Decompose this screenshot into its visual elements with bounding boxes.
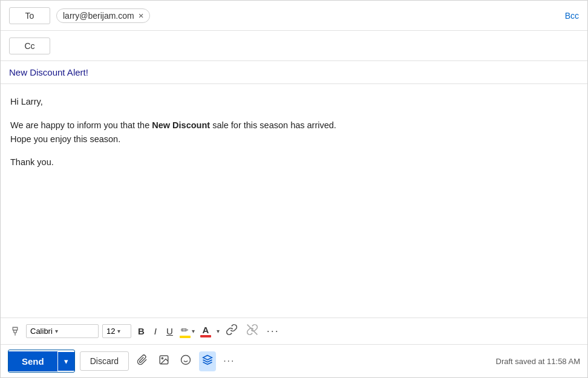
send-options-button[interactable]: ▾	[58, 352, 74, 371]
more-format-options-button[interactable]: ···	[264, 324, 282, 339]
font-color-button[interactable]: A	[198, 324, 213, 339]
font-dropdown-icon: ▾	[55, 328, 58, 334]
format-toolbar: Calibri ▾ 12 ▾ B I U ✏ ▾ A ▾	[1, 318, 587, 344]
svg-point-3	[162, 357, 163, 359]
subject-row: New Discount Alert!	[1, 61, 587, 84]
body-greeting: Hi Larry,	[10, 95, 578, 109]
font-color-dropdown-icon[interactable]: ▾	[217, 328, 220, 334]
subject-text[interactable]: New Discount Alert!	[9, 67, 88, 77]
insert-emoji-button[interactable]	[177, 351, 194, 371]
body-p1-post: sale for this season has arrived.	[210, 120, 336, 130]
font-selector[interactable]: Calibri ▾	[26, 324, 99, 338]
font-size-value: 12	[106, 327, 115, 336]
bold-button[interactable]: B	[135, 325, 148, 337]
body-closing: Thank you.	[10, 155, 578, 169]
body-p1-bold: New Discount	[152, 120, 210, 130]
discard-button[interactable]: Discard	[80, 351, 129, 371]
font-size-dropdown-icon: ▾	[117, 328, 120, 334]
highlight-color-bar	[180, 336, 191, 338]
format-painter-icon[interactable]	[8, 324, 22, 339]
recipient-chip: larry@berijam.com ×	[56, 8, 150, 23]
to-label[interactable]: To	[9, 7, 50, 24]
email-body[interactable]: Hi Larry, We are happy to inform you tha…	[1, 84, 587, 318]
font-color-a-icon: A	[202, 325, 209, 335]
recipient-email: larry@berijam.com	[63, 11, 134, 21]
send-button[interactable]: Send	[8, 351, 57, 371]
attach-file-button[interactable]	[134, 351, 151, 371]
remove-recipient-button[interactable]: ×	[139, 11, 144, 20]
to-row: To larry@berijam.com × Bcc	[1, 1, 587, 31]
compose-window: To larry@berijam.com × Bcc Cc New Discou…	[0, 0, 588, 378]
action-bar: Send ▾ Discard	[1, 344, 587, 377]
font-name-value: Calibri	[30, 327, 53, 336]
insert-image-button[interactable]	[155, 351, 172, 371]
highlight-color-button[interactable]: ✏ ▾	[180, 325, 195, 338]
italic-button[interactable]: I	[151, 325, 160, 337]
body-paragraph1: We are happy to inform you that the New …	[10, 119, 578, 146]
cc-row: Cc	[1, 31, 587, 61]
draft-status: Draft saved at 11:58 AM	[496, 357, 580, 366]
font-size-selector[interactable]: 12 ▾	[102, 324, 131, 338]
send-button-group: Send ▾	[8, 350, 75, 373]
body-paragraph2: Hope you enjoy this season.	[10, 134, 120, 144]
font-color-bar	[200, 335, 211, 337]
remove-link-button[interactable]	[244, 322, 261, 340]
body-p1-pre: We are happy to inform you that the	[10, 120, 152, 130]
insert-link-button[interactable]	[223, 322, 240, 340]
more-actions-button[interactable]: ···	[221, 354, 237, 368]
underline-button[interactable]: U	[163, 325, 176, 337]
highlight-dropdown-icon[interactable]: ▾	[192, 328, 195, 334]
svg-point-4	[181, 355, 191, 364]
cc-label[interactable]: Cc	[9, 37, 50, 54]
signature-button[interactable]	[199, 351, 216, 371]
bcc-link[interactable]: Bcc	[565, 11, 579, 21]
send-divider	[57, 350, 58, 372]
